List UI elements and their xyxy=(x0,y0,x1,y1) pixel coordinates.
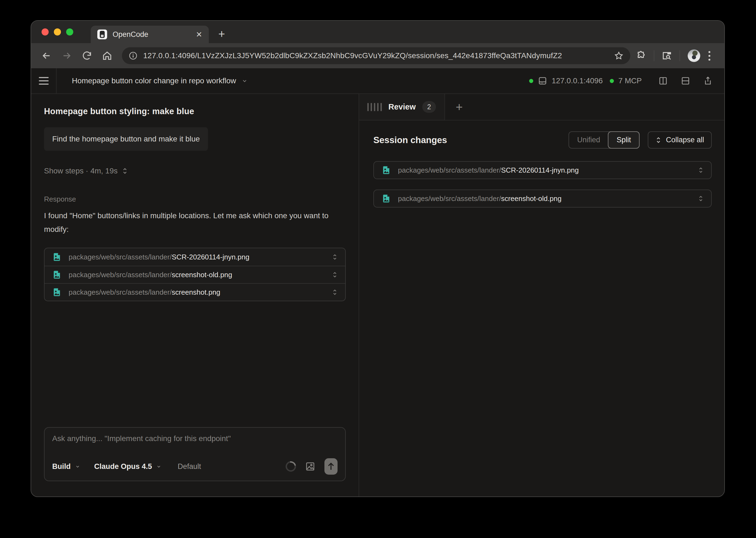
reload-button[interactable] xyxy=(80,49,94,63)
review-count-badge: 2 xyxy=(422,101,436,113)
extensions-puzzle-icon xyxy=(636,51,646,61)
agent-label: Default xyxy=(178,462,201,471)
sidebar-menu-button[interactable] xyxy=(31,68,57,93)
add-tab-button[interactable]: + xyxy=(445,94,473,120)
response-text: I found "Home" buttons/links in multiple… xyxy=(44,209,343,236)
chevron-up-down-icon xyxy=(332,253,338,261)
forward-button[interactable] xyxy=(60,49,74,63)
main-content: Homepage button styling: make blue Find … xyxy=(31,94,724,497)
review-tab-label: Review xyxy=(388,102,416,111)
chevron-down-icon xyxy=(241,77,248,84)
mcp-status[interactable]: 7 MCP xyxy=(610,77,642,85)
url-text[interactable]: 127.0.0.1:4096/L1VzZXJzL3J5YW52b2dlbC9kZ… xyxy=(143,51,614,60)
chevron-up-down-icon xyxy=(698,195,704,202)
split-view-button[interactable]: Split xyxy=(608,132,640,148)
browser-tabstrip: OpenCode ✕ + xyxy=(31,21,724,43)
review-body: Session changes Unified Split Collapse a… xyxy=(359,121,724,208)
send-button[interactable] xyxy=(324,458,338,475)
tab-close-icon[interactable]: ✕ xyxy=(196,30,202,39)
drag-grip-icon[interactable] xyxy=(367,103,382,111)
show-steps-label: Show steps · 4m, 19s xyxy=(44,167,117,175)
zoom-window-button[interactable] xyxy=(66,28,73,35)
site-info-icon[interactable] xyxy=(128,51,138,60)
tab-search-button[interactable] xyxy=(660,49,674,63)
reload-icon xyxy=(82,50,93,61)
layout-controls xyxy=(658,76,713,86)
collapse-all-label: Collapse all xyxy=(666,136,704,144)
mcp-status-dot xyxy=(610,79,614,83)
toolbar-separator xyxy=(679,50,680,61)
browser-tab-opencode[interactable]: OpenCode ✕ xyxy=(91,26,209,43)
file-path: packages/web/src/assets/lander/SCR-20260… xyxy=(398,166,579,175)
split-horizontal-icon[interactable] xyxy=(680,76,690,86)
arrow-up-icon xyxy=(327,462,335,471)
file-path: packages/web/src/assets/lander/screensho… xyxy=(398,194,561,203)
prompt-input[interactable] xyxy=(52,434,338,458)
session-changes-heading: Session changes xyxy=(373,135,447,145)
file-row[interactable]: packages/web/src/assets/lander/screensho… xyxy=(44,283,345,301)
file-path: packages/web/src/assets/lander/screensho… xyxy=(69,288,220,296)
minimize-window-button[interactable] xyxy=(54,28,61,35)
opencode-app: Homepage button color change in repo wor… xyxy=(31,68,724,497)
file-row[interactable]: packages/web/src/assets/lander/SCR-20260… xyxy=(44,248,345,266)
chevron-up-down-icon xyxy=(332,271,338,279)
mode-label: Build xyxy=(52,462,71,471)
extensions-button[interactable] xyxy=(634,49,648,63)
toolbar-right xyxy=(634,49,716,63)
share-icon[interactable] xyxy=(703,76,713,86)
changed-file-row[interactable]: packages/web/src/assets/lander/SCR-20260… xyxy=(373,161,712,179)
expand-toggle[interactable] xyxy=(698,166,704,174)
image-file-icon xyxy=(52,288,61,297)
file-path: packages/web/src/assets/lander/screensho… xyxy=(69,271,232,279)
expand-toggle[interactable] xyxy=(332,271,338,279)
expand-toggle[interactable] xyxy=(332,289,338,296)
bookmark-star-icon[interactable] xyxy=(614,51,624,61)
expand-toggle[interactable] xyxy=(698,195,704,202)
review-controls: Unified Split Collapse all xyxy=(569,132,712,148)
server-icon xyxy=(537,76,547,86)
image-file-icon xyxy=(382,166,391,175)
home-button[interactable] xyxy=(100,49,114,63)
new-tab-button[interactable]: + xyxy=(215,27,228,41)
profile-avatar[interactable] xyxy=(688,49,700,62)
file-row[interactable]: packages/web/src/assets/lander/screensho… xyxy=(44,266,345,283)
expand-toggle[interactable] xyxy=(332,253,338,261)
collapse-all-button[interactable]: Collapse all xyxy=(648,132,712,148)
image-file-icon xyxy=(52,252,61,262)
unified-view-button[interactable]: Unified xyxy=(569,132,608,148)
tab-title: OpenCode xyxy=(113,30,191,39)
close-window-button[interactable] xyxy=(41,28,49,35)
back-button[interactable] xyxy=(39,49,54,63)
session-title-dropdown[interactable]: Homepage button color change in repo wor… xyxy=(57,68,248,93)
tab-search-icon xyxy=(662,50,672,61)
forward-icon xyxy=(61,50,72,61)
show-steps-toggle[interactable]: Show steps · 4m, 19s xyxy=(44,167,346,175)
traffic-lights xyxy=(41,28,73,35)
tab-review[interactable]: Review 2 xyxy=(359,94,445,120)
session-changes-list: packages/web/src/assets/lander/SCR-20260… xyxy=(373,161,712,208)
mode-selector[interactable]: Build xyxy=(52,462,81,471)
changed-file-row[interactable]: packages/web/src/assets/lander/screensho… xyxy=(373,189,712,208)
address-bar[interactable]: 127.0.0.1:4096/L1VzZXJzL3J5YW52b2dlbC9kZ… xyxy=(122,47,630,64)
browser-window: OpenCode ✕ + 127.0.0.1:4096/L1VzZXJzL3J5… xyxy=(31,20,725,497)
chat-title: Homepage button styling: make blue xyxy=(44,107,346,116)
opencode-favicon xyxy=(97,29,107,39)
composer-actions xyxy=(285,458,338,475)
app-header: Homepage button color change in repo wor… xyxy=(31,68,724,94)
mcp-label: 7 MCP xyxy=(618,77,642,85)
file-path: packages/web/src/assets/lander/SCR-20260… xyxy=(69,253,249,261)
split-vertical-icon[interactable] xyxy=(658,76,668,86)
browser-menu-button[interactable] xyxy=(702,51,716,61)
diff-view-toggle: Unified Split xyxy=(569,132,640,148)
user-message: Find the homepage button and make it blu… xyxy=(44,127,208,151)
response-file-list: packages/web/src/assets/lander/SCR-20260… xyxy=(44,248,346,301)
model-selector[interactable]: Claude Opus 4.5 xyxy=(94,462,162,471)
response-label: Response xyxy=(44,195,346,203)
chevron-down-icon xyxy=(156,463,162,469)
chevron-up-down-icon xyxy=(698,166,704,174)
server-status[interactable]: 127.0.0.1:4096 xyxy=(529,76,603,86)
attach-image-icon[interactable] xyxy=(305,461,316,472)
server-status-dot xyxy=(529,79,533,83)
chevron-up-down-icon xyxy=(122,167,128,175)
chevron-down-icon xyxy=(75,463,81,469)
